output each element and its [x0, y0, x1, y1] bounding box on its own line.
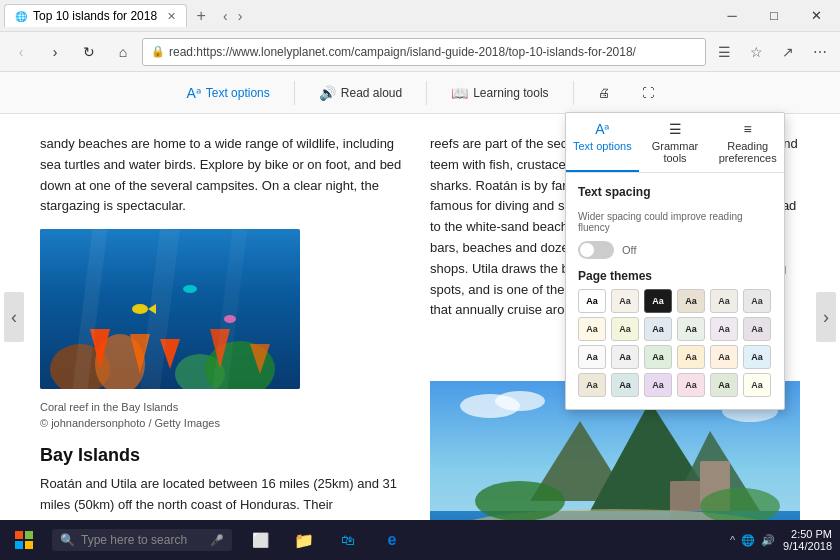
panel-tab-reading-prefs[interactable]: ≡ Reading preferences: [711, 113, 784, 172]
hub-button[interactable]: ☰: [710, 38, 738, 66]
read-aloud-button[interactable]: 🔊 Read aloud: [311, 81, 410, 105]
spacing-description: Wider spacing could improve reading flue…: [578, 211, 772, 233]
search-bar[interactable]: 🔍 Type here to search 🎤: [52, 529, 232, 551]
tab-back-icon[interactable]: ‹: [219, 6, 232, 26]
theme-swatch-4[interactable]: Aa: [710, 289, 738, 313]
favorites-button[interactable]: ☆: [742, 38, 770, 66]
learning-tools-label: Learning tools: [473, 86, 548, 100]
svg-rect-30: [15, 531, 23, 539]
toggle-row: Off: [578, 241, 772, 259]
theme-swatch-10[interactable]: Aa: [710, 317, 738, 341]
address-text: read:https://www.lonelyplanet.com/campai…: [169, 45, 636, 59]
panel-tabs: Aᵃ Text options ☰ Grammar tools ≡ Readin…: [566, 113, 784, 173]
panel-tab-text-options[interactable]: Aᵃ Text options: [566, 113, 639, 172]
task-view-button[interactable]: ⬜: [240, 520, 280, 560]
theme-swatch-12[interactable]: Aa: [578, 345, 606, 369]
page-themes-title: Page themes: [578, 269, 772, 283]
active-tab[interactable]: 🌐 Top 10 islands for 2018 ✕: [4, 4, 187, 27]
time-display: 2:50 PM: [783, 528, 832, 540]
themes-grid: AaAaAaAaAaAaAaAaAaAaAaAaAaAaAaAaAaAaAaAa…: [578, 289, 772, 397]
grammar-tab-icon: ☰: [669, 121, 682, 137]
tray-icons: ^ 🌐 🔊: [730, 534, 775, 547]
edge-button[interactable]: e: [372, 520, 412, 560]
theme-swatch-14[interactable]: Aa: [644, 345, 672, 369]
theme-swatch-16[interactable]: Aa: [710, 345, 738, 369]
learning-tools-button[interactable]: 📖 Learning tools: [443, 81, 556, 105]
text-spacing-toggle[interactable]: [578, 241, 614, 259]
fullscreen-button[interactable]: ⛶: [634, 82, 662, 104]
tab-close-button[interactable]: ✕: [167, 10, 176, 23]
theme-swatch-6[interactable]: Aa: [578, 317, 606, 341]
img-caption-1: Coral reef in the Bay Islands: [40, 401, 410, 413]
theme-swatch-2[interactable]: Aa: [644, 289, 672, 313]
tab-forward-icon[interactable]: ›: [234, 6, 247, 26]
theme-swatch-19[interactable]: Aa: [611, 373, 639, 397]
nav-bar: ‹ › ↻ ⌂ 🔒 read:https://www.lonelyplanet.…: [0, 32, 840, 72]
coral-reef-image: [40, 229, 300, 389]
theme-swatch-17[interactable]: Aa: [743, 345, 771, 369]
close-button[interactable]: ✕: [796, 0, 836, 32]
theme-swatch-7[interactable]: Aa: [611, 317, 639, 341]
img-caption-2: © johnandersonphoto / Getty Images: [40, 417, 410, 429]
search-placeholder-text: Type here to search: [81, 533, 187, 547]
svg-rect-31: [25, 531, 33, 539]
microphone-icon[interactable]: 🎤: [210, 534, 224, 547]
address-bar[interactable]: 🔒 read:https://www.lonelyplanet.com/camp…: [142, 38, 706, 66]
refresh-button[interactable]: ↻: [74, 37, 104, 67]
taskbar-icons: ⬜ 📁 🛍 e: [240, 520, 412, 560]
read-aloud-label: Read aloud: [341, 86, 402, 100]
svg-point-28: [475, 481, 565, 520]
network-icon[interactable]: 🌐: [741, 534, 755, 547]
volume-icon[interactable]: 🔊: [761, 534, 775, 547]
theme-swatch-22[interactable]: Aa: [710, 373, 738, 397]
svg-rect-33: [25, 541, 33, 549]
theme-swatch-0[interactable]: Aa: [578, 289, 606, 313]
taskbar: 🔍 Type here to search 🎤 ⬜ 📁 🛍 e ^ 🌐 🔊 2:…: [0, 520, 840, 560]
tab-favicon: 🌐: [15, 11, 27, 22]
system-time[interactable]: 2:50 PM 9/14/2018: [775, 528, 832, 552]
toolbar-separator-2: [426, 81, 427, 105]
file-explorer-button[interactable]: 📁: [284, 520, 324, 560]
svg-point-10: [132, 304, 148, 314]
tab-label: Top 10 islands for 2018: [33, 9, 157, 23]
reading-toolbar: Aᵃ Text options 🔊 Read aloud 📖 Learning …: [0, 72, 840, 114]
theme-swatch-18[interactable]: Aa: [578, 373, 606, 397]
toggle-knob: [580, 243, 594, 257]
theme-swatch-23[interactable]: Aa: [743, 373, 771, 397]
prev-page-button[interactable]: ‹: [4, 292, 24, 342]
theme-swatch-9[interactable]: Aa: [677, 317, 705, 341]
theme-swatch-15[interactable]: Aa: [677, 345, 705, 369]
text-options-button[interactable]: Aᵃ Text options: [178, 81, 277, 105]
restore-button[interactable]: □: [754, 0, 794, 32]
start-button[interactable]: [0, 520, 48, 560]
theme-swatch-8[interactable]: Aa: [644, 317, 672, 341]
theme-swatch-1[interactable]: Aa: [611, 289, 639, 313]
more-button[interactable]: ⋯: [806, 38, 834, 66]
theme-swatch-3[interactable]: Aa: [677, 289, 705, 313]
new-tab-button[interactable]: +: [187, 2, 215, 30]
theme-swatch-13[interactable]: Aa: [611, 345, 639, 369]
home-button[interactable]: ⌂: [108, 37, 138, 67]
forward-button[interactable]: ›: [40, 37, 70, 67]
panel-tab-grammar[interactable]: ☰ Grammar tools: [639, 113, 712, 172]
minimize-button[interactable]: ─: [712, 0, 752, 32]
show-hidden-icons-button[interactable]: ^: [730, 534, 735, 546]
store-button[interactable]: 🛍: [328, 520, 368, 560]
left-text-1: sandy beaches are home to a wide range o…: [40, 134, 410, 217]
theme-swatch-20[interactable]: Aa: [644, 373, 672, 397]
theme-swatch-5[interactable]: Aa: [743, 289, 771, 313]
print-button[interactable]: 🖨: [590, 82, 618, 104]
svg-rect-32: [15, 541, 23, 549]
print-icon: 🖨: [598, 86, 610, 100]
svg-point-12: [183, 285, 197, 293]
theme-swatch-11[interactable]: Aa: [743, 317, 771, 341]
text-options-tab-label: Text options: [573, 140, 632, 152]
lock-icon: 🔒: [151, 45, 165, 58]
next-page-button[interactable]: ›: [816, 292, 836, 342]
text-spacing-label: Text spacing: [578, 185, 650, 199]
theme-swatch-21[interactable]: Aa: [677, 373, 705, 397]
back-button[interactable]: ‹: [6, 37, 36, 67]
left-text-2: Roatán and Utila are located between 16 …: [40, 474, 410, 516]
share-button[interactable]: ↗: [774, 38, 802, 66]
read-aloud-icon: 🔊: [319, 85, 336, 101]
